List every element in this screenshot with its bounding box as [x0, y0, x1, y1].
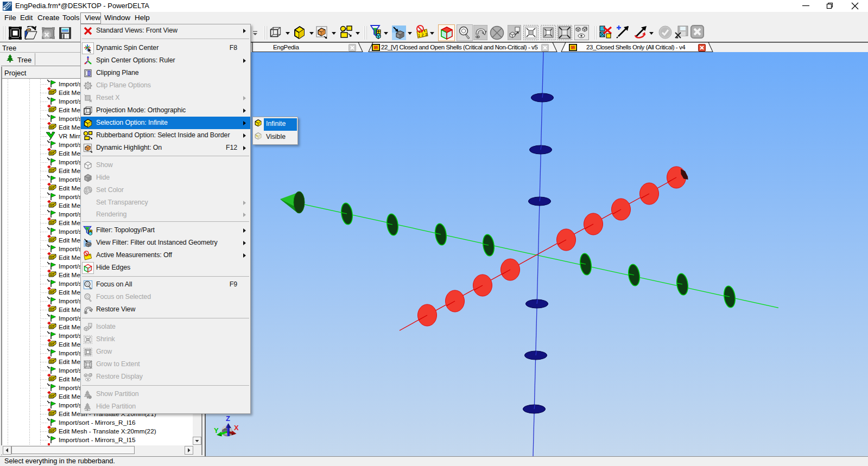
svg-text:1: 1: [418, 34, 420, 37]
svg-text:Z: Z: [226, 414, 230, 423]
svg-text:2: 2: [422, 33, 424, 37]
svg-text:3: 3: [425, 33, 427, 36]
svg-text:X: X: [234, 424, 239, 432]
svg-text:Y: Y: [214, 426, 219, 435]
